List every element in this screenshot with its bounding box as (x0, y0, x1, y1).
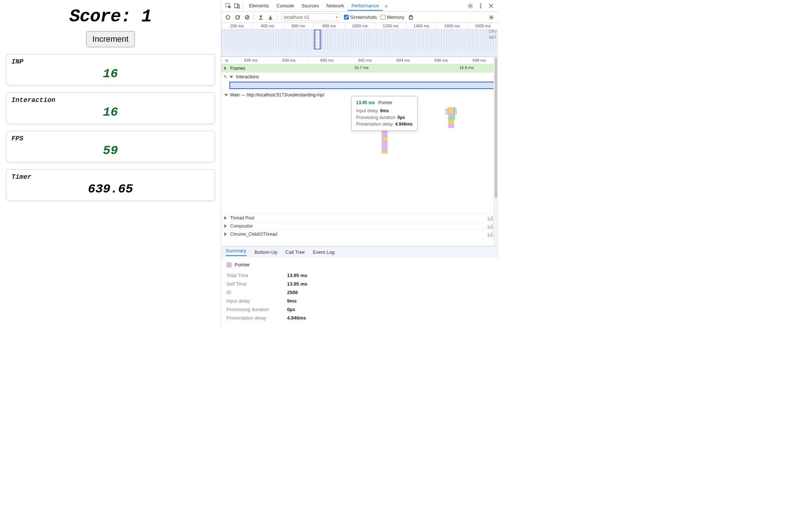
overview-tick: 400 ms (252, 23, 283, 29)
collapse-triangle-icon[interactable] (224, 94, 228, 96)
summary-row: ID2508 (226, 288, 493, 297)
metric-value: 59 (11, 144, 209, 158)
devtools-tab-performance[interactable]: Performance (348, 1, 382, 11)
divider (243, 3, 243, 9)
main-thread-lane[interactable]: Main — http://localhost:5173/understandi… (221, 91, 498, 246)
details-tab-call-tree[interactable]: Call Tree (286, 249, 305, 255)
flame-ruler: ıs636 ms638 ms640 ms642 ms644 ms646 ms64… (221, 57, 498, 64)
target-selector[interactable]: localhost #1 (281, 13, 340, 21)
metric-label: Timer (11, 173, 209, 181)
close-devtools-icon[interactable] (488, 3, 494, 9)
interaction-bar[interactable] (229, 82, 495, 89)
summary-row: Presentation delay4.946ms (226, 314, 493, 322)
overview-tick: 1400 ms (406, 23, 436, 29)
flame-chart-area[interactable]: ıs636 ms638 ms640 ms642 ms644 ms646 ms64… (221, 57, 498, 246)
scrollbar-thumb[interactable] (495, 58, 497, 198)
details-tabbar: SummaryBottom-UpCall TreeEvent Log (221, 246, 498, 258)
selection-grip-left[interactable] (314, 30, 316, 49)
memory-checkbox[interactable]: Memory (381, 14, 404, 20)
inspect-element-icon[interactable] (225, 3, 232, 9)
gear-icon[interactable] (467, 3, 474, 9)
overview-tick: 800 ms (314, 23, 344, 29)
flame-stack[interactable] (448, 107, 454, 128)
summary-event-name: Pointer (235, 262, 250, 267)
summary-value: 9ms (287, 298, 297, 304)
details-tab-bottom-up[interactable]: Bottom-Up (255, 249, 277, 255)
cpu-label: CPU (489, 30, 497, 34)
score-display: Score: 1 (4, 7, 216, 27)
expand-triangle-icon[interactable] (224, 66, 227, 70)
flame-vertical-scrollbar[interactable] (494, 57, 498, 246)
kebab-menu-icon[interactable] (477, 3, 484, 9)
perf-overview-timeline[interactable]: 200 ms400 ms600 ms800 ms1000 ms1200 ms14… (221, 23, 498, 57)
interactions-label: Interactions (236, 74, 259, 79)
thread-row[interactable]: Compositor (221, 222, 498, 230)
summary-key: Presentation delay (226, 315, 282, 321)
collapse-triangle-icon[interactable] (229, 76, 233, 78)
thread-name: Compositor (230, 224, 253, 229)
clear-icon[interactable] (244, 14, 250, 20)
summary-key: ID (226, 290, 282, 295)
load-profile-icon[interactable] (258, 14, 264, 20)
flame-stack[interactable] (454, 107, 455, 120)
svg-point-3 (470, 5, 471, 7)
summary-value: 13.95 ms (287, 273, 307, 278)
devtools-pane: ElementsConsoleSourcesNetworkPerformance… (221, 0, 498, 327)
thread-row[interactable]: Thread Pool (221, 214, 498, 222)
summary-value: 0µs (287, 307, 295, 312)
metric-label: INP (11, 58, 209, 65)
expand-triangle-icon[interactable] (224, 216, 227, 220)
svg-rect-9 (409, 16, 412, 19)
metric-card: INP 16 (6, 54, 215, 86)
more-tabs-icon[interactable]: » (385, 3, 388, 9)
metric-card: Interaction 16 (6, 92, 215, 124)
devtools-tab-sources[interactable]: Sources (298, 1, 323, 11)
svg-point-6 (480, 7, 481, 8)
summary-value: 13.95 ms (287, 281, 307, 287)
overview-tick: 1600 ms (437, 23, 467, 29)
thread-name: Chrome_ChildIOThread (230, 232, 277, 237)
selection-grip-right[interactable] (319, 30, 321, 49)
gc-icon[interactable] (408, 14, 414, 20)
overview-tick: 1000 ms (344, 23, 375, 29)
divider (254, 14, 254, 21)
frames-lane[interactable]: Frames 16.7 ms16.8 ms (221, 64, 498, 73)
save-profile-icon[interactable] (267, 14, 273, 20)
metric-value: 639.65 (11, 182, 209, 196)
device-toolbar-icon[interactable] (234, 3, 241, 9)
increment-button[interactable]: Increment (86, 31, 135, 47)
flame-tick: 648 ms (460, 57, 498, 64)
summary-event-header: Pointer (226, 262, 493, 267)
devtools-tabbar: ElementsConsoleSourcesNetworkPerformance… (221, 0, 498, 12)
flame-tick: 646 ms (422, 57, 460, 64)
devtools-tab-elements[interactable]: Elements (245, 1, 273, 11)
expand-triangle-icon[interactable] (224, 232, 227, 236)
details-tab-event-log[interactable]: Event Log (313, 249, 335, 255)
expand-triangle-icon[interactable] (224, 224, 227, 228)
score-label: Score: (69, 7, 131, 27)
svg-rect-2 (238, 5, 239, 8)
details-tab-summary[interactable]: Summary (226, 248, 246, 256)
frame-duration: 16.8 ms (459, 65, 474, 70)
devtools-tab-network[interactable]: Network (323, 1, 348, 11)
metric-label: FPS (11, 135, 209, 142)
overview-tick: 200 ms (221, 23, 252, 29)
thread-row[interactable]: Chrome_ChildIOThread (221, 230, 498, 238)
svg-point-7 (226, 16, 230, 19)
summary-key: Self Time (226, 281, 282, 287)
main-thread-label: Main — http://localhost:5173/understandi… (230, 92, 324, 98)
devtools-tab-console[interactable]: Console (273, 1, 298, 11)
metric-value: 16 (11, 67, 209, 81)
svg-point-10 (491, 16, 492, 18)
screenshots-checkbox[interactable]: Screenshots (344, 14, 377, 20)
overview-selection-window[interactable] (314, 30, 321, 50)
pencil-icon: ✎ (224, 74, 227, 79)
record-icon[interactable] (225, 14, 231, 20)
reload-record-icon[interactable] (235, 14, 241, 20)
ruler-edge: ıs (221, 57, 232, 64)
capture-settings-gear-icon[interactable] (488, 14, 494, 20)
tooltip-type: Pointer (378, 100, 392, 105)
summary-key: Input delay (226, 298, 282, 304)
overview-tick: 1800 ms (467, 23, 498, 29)
interactions-lane[interactable]: ✎ Interactions (221, 73, 498, 91)
